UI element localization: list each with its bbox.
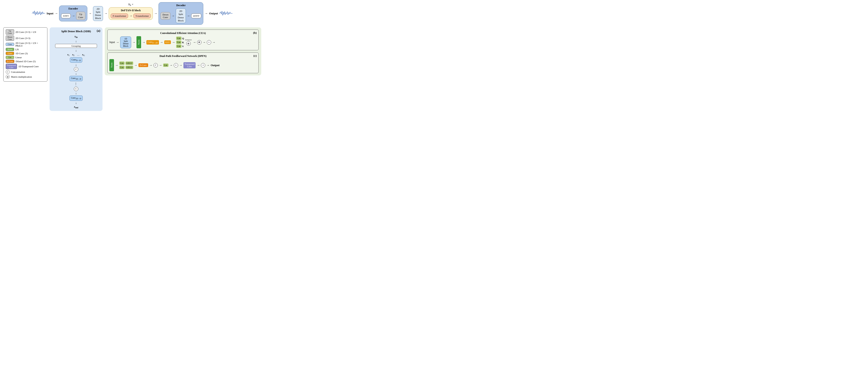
legend-item-norm: Norm LN <box>6 48 45 51</box>
cea-arrow-5: → <box>172 41 175 44</box>
concat-row-1: C <box>74 67 78 71</box>
legend-item-downconv: DownConv 2D Conv (3×3) <box>6 35 45 41</box>
qkv-col: Lin Q Lin K Lin V <box>176 37 184 48</box>
arrow-enc-sdb: → <box>89 12 92 15</box>
decoder-inner: DownConv → 2DSplitDenseBlock → iSTFT <box>160 8 201 23</box>
dots-label: … <box>77 53 80 56</box>
dpfn-arrow-1: → <box>115 64 118 67</box>
legend-matmul-circle: ⊗ <box>6 75 10 79</box>
cea-arrow-3: → <box>142 41 145 44</box>
legend-transposed-block: TransposedConv <box>6 64 17 69</box>
sdb-conv-section: ConvD→D ↓ C ↓ Conv2D→D ⋮ <box>53 57 99 109</box>
legend-lin-text: Linear <box>16 56 22 59</box>
v-row: Lin V <box>176 45 184 48</box>
arrow-deftan-downconv: → <box>154 12 157 15</box>
arrow-ft-tt: → <box>129 14 132 18</box>
dpfn-gelu-bottom: GELU <box>125 66 133 69</box>
split-dense-top: 2DSplitDenseBlock <box>93 6 103 21</box>
legend-item-upconv: UpConv 2D Conv (3×3) + LN <box>6 29 45 35</box>
dpfn-inner: Norm → Lin GELU Lin GELU → <box>110 59 257 71</box>
dpfn-lin-bottom: Lin <box>119 66 125 69</box>
stft-block: STFT <box>61 13 71 18</box>
deftan-inner: F-transformer → T-transformer <box>111 13 151 18</box>
cea-label-b: (b) <box>253 31 257 35</box>
sdb-arrow-6: ↓ <box>75 101 77 105</box>
legend-conv-text: 2D Conv (3×3) + LN + PReLU <box>16 42 45 47</box>
arrow-sdb-deftan: → <box>104 12 107 15</box>
sdb-panel: Split Dense Block (SDB) (a) xin ↓ Groupi… <box>50 27 102 111</box>
q-row: Lin Q <box>176 37 184 40</box>
legend-matmul-text: Matrix multiplication <box>11 76 32 78</box>
legend-conv-block: Conv <box>6 43 14 46</box>
sdb-content: xin ↓ Grouping ↓ x1 x2 … xG ConvD <box>53 35 99 109</box>
legend-item-1dconv: Conv 1D Conv (3) <box>6 52 45 55</box>
decoder-label: Decoder <box>176 4 186 7</box>
dpfn-arrow-3: → <box>149 64 152 67</box>
dpfn-box: Dual-Path Feedforward Network (DPFN) (c)… <box>107 53 259 73</box>
k-row: Lin K <box>176 40 184 44</box>
cea-arrow-4: → <box>160 41 163 44</box>
legend-dconv-block: D-Conv <box>6 60 14 63</box>
x1-label: x1 <box>67 53 69 56</box>
sdb-label-a: (a) <box>97 29 100 33</box>
cea-arrow-1: → <box>116 41 119 44</box>
k-label: K <box>182 41 184 44</box>
cea-split-dense: 1DSplitDenseBlock <box>120 36 131 48</box>
legend-box: UpConv 2D Conv (3×3) + LN DownConv 2D Co… <box>3 27 48 82</box>
waveform-right-icon <box>219 9 232 18</box>
sdb-arrow-3: ↓ <box>75 63 77 67</box>
v-label: V <box>182 45 184 48</box>
dpfn-arrow-2: → <box>134 64 137 67</box>
decoder-box: Decoder DownConv → 2DSplitDenseBlock → i… <box>158 2 203 25</box>
sdb-arrow-1: ↓ <box>75 39 77 43</box>
dpfn-dconv-block: D-Conv <box>138 63 148 67</box>
dpfn-gelu-top: GELU <box>125 62 133 65</box>
x-row: x1 x2 … xG <box>67 53 85 56</box>
istft-block: iSTFT <box>191 13 202 18</box>
dpfn-transposed-block: TransposedConv <box>183 62 196 68</box>
concat-row-2: C <box>74 87 78 91</box>
q-label: Q <box>182 37 184 40</box>
dpfn-arrow-7: → <box>197 64 200 67</box>
legend-downconv-text: 2D Conv (3×3) <box>16 37 30 39</box>
legend-concat-circle: C <box>6 70 10 74</box>
plus-circle-cea: + <box>207 40 211 45</box>
top-architecture: Input → Encoder STFT → UpConv → 2DSplitD… <box>3 2 261 25</box>
cea-title: Convolutional Efficient Attention (CEA) <box>110 32 257 35</box>
encoder-box: Encoder STFT → UpConv <box>59 5 87 21</box>
sdb-arrow-5: ↓ <box>75 91 77 95</box>
nb-wrapper: Nb × DeFTAN-II block F-transformer → T-t… <box>109 7 153 20</box>
sdb-title: Split Dense Block (SDB) <box>53 30 99 33</box>
plus-circle-dpfn-2: + <box>201 63 205 67</box>
dpfn-norm-block: Norm <box>110 59 114 71</box>
dpfn-lin-final: Lin <box>163 63 168 67</box>
lin-v-block: Lin <box>176 45 181 48</box>
x-in-label: xin <box>74 35 78 38</box>
legend-norm-text: LN <box>16 48 19 51</box>
dpfn-path-top: Lin GELU <box>119 62 133 65</box>
legend-upconv-text: 2D Conv (3×3) + LN <box>16 31 36 33</box>
cea-arrow-8: → <box>212 41 215 44</box>
transpose-label: transpose <box>185 39 192 41</box>
deftan-box: DeFTAN-II block F-transformer → T-transf… <box>109 7 153 20</box>
right-panel: Convolutional Efficient Attention (CEA) … <box>105 27 261 76</box>
conv-2dd-block-2: Conv2D→D <box>69 95 83 101</box>
cea-input-label: Input <box>110 40 115 44</box>
dpfn-arrow-4: → <box>159 64 162 67</box>
x-out-label: xout <box>74 105 78 109</box>
grouping-box: Grouping <box>55 44 97 48</box>
conv-2dd-block-1: Conv2D→D <box>69 76 83 81</box>
x2-label: x2 <box>72 53 74 56</box>
matmul-circle-2: ⊗ <box>197 40 202 45</box>
arrow-dec-1: → <box>172 14 175 18</box>
concat-circle-2: C <box>74 87 78 91</box>
arrow-enc-1: → <box>72 14 75 18</box>
legend-transposed-text: 1D Transposed Conv <box>18 65 39 68</box>
matmul-circle-1: ⊗ <box>186 41 191 46</box>
waveform-left-icon <box>32 9 45 18</box>
cea-arrow-6: → <box>193 41 196 44</box>
main-container: Input → Encoder STFT → UpConv → 2DSplitD… <box>0 0 265 113</box>
encoder-label: Encoder <box>68 7 78 10</box>
legend-downconv-block: DownConv <box>6 35 14 41</box>
concat-circle-1: C <box>74 67 78 71</box>
